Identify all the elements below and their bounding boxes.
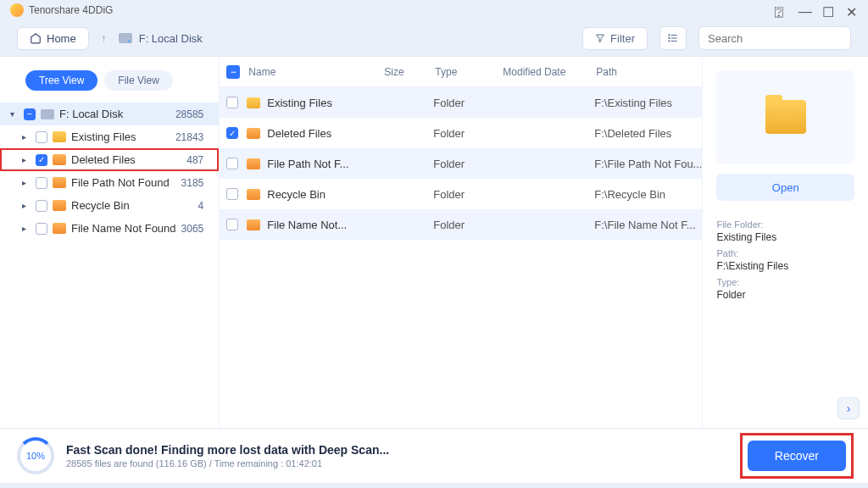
- row-name: File Path Not F...: [267, 158, 348, 170]
- meta-type-label: Type:: [716, 277, 854, 287]
- chevron-right-icon[interactable]: ▸: [22, 201, 31, 210]
- meta-type-value: Folder: [716, 289, 854, 301]
- drive-label: F: Local Disk: [139, 32, 203, 45]
- table-row[interactable]: Deleted FilesFolderF:\Deleted Files: [220, 118, 702, 148]
- checkbox[interactable]: [36, 223, 47, 235]
- filter-button[interactable]: Filter: [582, 27, 648, 50]
- drive-icon: [119, 33, 132, 43]
- header-checkbox[interactable]: [226, 65, 240, 79]
- chevron-right-icon[interactable]: ▸: [22, 224, 31, 233]
- titlebar: Tenorshare 4DDiG ⍰ — ☐ ✕: [0, 0, 868, 20]
- minimize-icon[interactable]: —: [798, 4, 810, 16]
- home-icon: [30, 32, 42, 44]
- close-icon[interactable]: ✕: [846, 4, 858, 16]
- sidebar-item[interactable]: ▸Deleted Files487: [0, 148, 219, 171]
- row-path: F:\Existing Files: [594, 97, 702, 109]
- checkbox[interactable]: [36, 154, 47, 166]
- row-checkbox[interactable]: [226, 97, 238, 108]
- maximize-icon[interactable]: ☐: [822, 4, 834, 16]
- folder-icon: [247, 189, 260, 200]
- sidebar-item-count: 3065: [181, 223, 213, 235]
- progress-ring: 10%: [17, 437, 54, 474]
- next-button[interactable]: ›: [837, 397, 860, 419]
- row-name: Deleted Files: [267, 127, 331, 140]
- row-checkbox[interactable]: [226, 188, 238, 200]
- row-name: Recycle Bin: [267, 188, 326, 201]
- app-logo: [10, 3, 24, 17]
- sidebar-item-label: Existing Files: [71, 130, 136, 143]
- row-checkbox[interactable]: [226, 219, 238, 230]
- preview-box: [716, 70, 854, 164]
- row-name: Existing Files: [267, 97, 332, 109]
- row-path: F:\Recycle Bin: [594, 188, 702, 201]
- row-type: Folder: [433, 158, 501, 170]
- tab-file-view[interactable]: File View: [104, 70, 172, 91]
- meta-folder-label: File Folder:: [716, 219, 854, 230]
- folder-icon: [53, 177, 66, 188]
- table-row[interactable]: Existing FilesFolderF:\Existing Files: [220, 87, 702, 118]
- progress-percent: 10%: [26, 451, 45, 461]
- sidebar-item-label: Deleted Files: [71, 153, 136, 166]
- checkbox[interactable]: [36, 200, 47, 212]
- col-path[interactable]: Path: [596, 66, 702, 78]
- sidebar: Tree View File View ▾ F: Local Disk 2858…: [0, 57, 220, 428]
- sidebar-item[interactable]: ▸File Name Not Found3065: [0, 217, 219, 240]
- home-label: Home: [47, 32, 76, 45]
- meta-path-label: Path:: [716, 248, 854, 258]
- home-button[interactable]: Home: [17, 27, 89, 50]
- table-row[interactable]: File Path Not F...FolderF:\File Path Not…: [220, 148, 702, 179]
- recover-highlight: Recover: [743, 435, 851, 476]
- list-view-toggle[interactable]: [659, 26, 687, 50]
- up-icon[interactable]: ↑: [101, 31, 107, 45]
- app-title: Tenorshare 4DDiG: [29, 4, 113, 16]
- recover-button[interactable]: Recover: [748, 441, 846, 471]
- sidebar-item[interactable]: ▸Recycle Bin4: [0, 194, 219, 217]
- sidebar-item[interactable]: ▸File Path Not Found3185: [0, 171, 219, 194]
- help-icon[interactable]: ⍰: [775, 4, 787, 16]
- open-button[interactable]: Open: [716, 174, 854, 201]
- col-name[interactable]: Name: [248, 66, 384, 78]
- table-row[interactable]: Recycle BinFolderF:\Recycle Bin: [220, 179, 702, 209]
- chevron-down-icon[interactable]: ▾: [10, 109, 19, 119]
- chevron-right-icon[interactable]: ▸: [22, 178, 31, 187]
- row-checkbox[interactable]: [226, 127, 238, 139]
- scan-title: Fast Scan done! Finding more lost data w…: [66, 443, 389, 457]
- sidebar-item-count: 3185: [181, 177, 213, 189]
- svg-point-5: [669, 41, 670, 42]
- scan-subtitle: 28585 files are found (116.16 GB) / Time…: [66, 458, 389, 469]
- toolbar: Home ↑ F: Local Disk Filter: [0, 20, 868, 56]
- folder-icon: [247, 97, 260, 108]
- checkbox[interactable]: [36, 131, 47, 143]
- row-path: F:\File Path Not Fou...: [594, 158, 702, 170]
- tree-root-count: 28585: [175, 108, 212, 120]
- row-checkbox[interactable]: [226, 158, 238, 169]
- col-type[interactable]: Type: [435, 66, 503, 78]
- tab-tree-view[interactable]: Tree View: [25, 70, 97, 91]
- search-input-wrap[interactable]: [698, 26, 851, 50]
- col-size[interactable]: Size: [384, 66, 435, 78]
- details-panel: Open File Folder: Existing Files Path: F…: [703, 57, 868, 428]
- chevron-right-icon[interactable]: ▸: [22, 132, 31, 141]
- file-table: Name Size Type Modified Date Path Existi…: [220, 57, 703, 428]
- table-row[interactable]: File Name Not...FolderF:\File Name Not F…: [220, 209, 702, 240]
- list-icon: [667, 32, 679, 44]
- sidebar-item[interactable]: ▸Existing Files21843: [0, 125, 219, 148]
- folder-icon: [247, 158, 260, 169]
- chevron-right-icon[interactable]: ▸: [22, 155, 31, 164]
- row-type: Folder: [433, 219, 501, 231]
- row-type: Folder: [433, 188, 501, 201]
- meta-path-value: F:\Existing Files: [716, 260, 854, 272]
- row-path: F:\Deleted Files: [594, 127, 702, 140]
- checkbox[interactable]: [24, 108, 36, 120]
- tree-root[interactable]: ▾ F: Local Disk 28585: [0, 103, 219, 125]
- sidebar-item-label: Recycle Bin: [71, 199, 130, 212]
- col-modified[interactable]: Modified Date: [503, 66, 596, 78]
- breadcrumb[interactable]: F: Local Disk: [119, 32, 203, 45]
- sidebar-item-count: 487: [186, 154, 212, 166]
- folder-icon: [53, 154, 66, 165]
- main: Tree View File View ▾ F: Local Disk 2858…: [0, 56, 868, 429]
- checkbox[interactable]: [36, 177, 47, 189]
- search-input[interactable]: [708, 32, 850, 45]
- row-type: Folder: [433, 97, 501, 109]
- folder-icon: [247, 128, 260, 139]
